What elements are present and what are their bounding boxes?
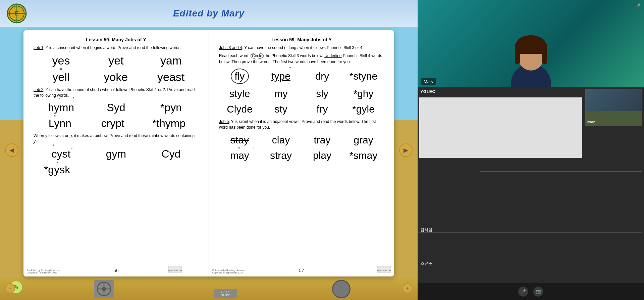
word-type: type+× [266, 71, 296, 82]
nav-arrow-right[interactable]: ▶ [399, 143, 413, 157]
word-tray: tray [307, 134, 337, 146]
right-footer-pub: Published by Reading HorizonsCopyright ©… [212, 269, 245, 274]
content-area: E Edited by Mary ◀ ▶ Lesson 59: Many Job… [0, 0, 418, 300]
rainbow-heading: When y follows c or g, it makes a rainbo… [34, 133, 199, 144]
hair [516, 35, 546, 54]
word-gyle: *gyle [348, 103, 379, 115]
job5-label: Job 5 [219, 119, 229, 124]
job2-label: Job 2 [34, 87, 43, 92]
word-stray: stray [266, 150, 296, 161]
main-video: Mary 🎤 [418, 0, 644, 87]
mic-icon: 🎤 [635, 3, 641, 9]
participant-name-1: 김하임 [420, 227, 432, 233]
word-ghy: *ghy [348, 88, 379, 99]
yglec-content-box [419, 97, 582, 158]
rainbow-words: s cy×st * gym Cyd [34, 148, 199, 160]
word-play: play [307, 150, 337, 161]
word-gray: gray [348, 134, 379, 146]
word-fly: fly× [225, 69, 255, 84]
word-pyn: *pyn [158, 101, 184, 114]
yglec-label: YGLEC [420, 89, 435, 94]
jobs34-instruction: Read each word. Circle the Phonetic Skil… [219, 53, 384, 65]
job1-heading: Job 1: Y is a consonant when it begins a… [34, 45, 199, 51]
participant-name-2: 조유준 [420, 261, 432, 266]
word-styne: *styne [348, 71, 379, 82]
top-bar: E Edited by Mary [0, 0, 418, 27]
word-lynn: Lynn [47, 117, 73, 130]
word-cyst: s cy×st * [48, 148, 74, 160]
control-video[interactable]: 📷 [533, 287, 543, 297]
right-page-title: Lesson 59: Many Jobs of Y [219, 37, 384, 42]
jobs34-label: Jobs 3 and 4 [219, 45, 242, 50]
word-yes: yes * × [48, 54, 74, 67]
circle-button-right[interactable] [332, 280, 351, 298]
word-clyde: Clyde [225, 103, 255, 115]
job5-heading: Job 5: Y is silent when it is an adjacen… [219, 119, 384, 130]
word-dry: dry [307, 71, 337, 82]
control-mic[interactable]: 🎤 [518, 287, 528, 297]
steering-wheel[interactable] [94, 280, 114, 298]
left-footer-pub: Published by Reading HorizonsCopyright ©… [27, 269, 60, 274]
center-display: DAILY GUIDE [214, 289, 237, 298]
bottom-nav-right[interactable]: ＋ [402, 283, 413, 293]
small-participant-name: mary [587, 120, 595, 124]
page-title: Edited by Mary [173, 8, 245, 19]
word-my: my [266, 88, 296, 99]
word-hymn: hy*×mn * [48, 101, 74, 114]
svg-text:Reading Horizons Discovery: Reading Horizons Discovery [377, 269, 391, 271]
svg-text:Reading Horizons Discovery: Reading Horizons Discovery [168, 269, 182, 271]
last-word-row: *gysk [34, 164, 199, 176]
word-style: style [225, 88, 255, 99]
right-words-row2: style my sly *ghy [219, 88, 384, 99]
right-words-row1: fly× type+× dry *styne [219, 69, 384, 84]
hair-right [542, 44, 547, 64]
word-crypt: crypt [99, 117, 126, 130]
head-container [518, 40, 544, 71]
word-yell: yell [48, 71, 74, 84]
bottom-nav-left[interactable]: ＋ [5, 283, 15, 293]
job2-words-row2: Lynn crypt *thymp [34, 117, 199, 130]
face [518, 40, 544, 71]
book-container: Lesson 59: Many Jobs of Y Job 1: Y is a … [23, 30, 394, 276]
hair-left [515, 44, 520, 64]
right-words-row5: may stray play *smay [219, 150, 384, 161]
page-left: Lesson 59: Many Jobs of Y Job 1: Y is a … [23, 30, 209, 276]
word-fry: fry [307, 103, 337, 115]
main-container: E Edited by Mary ◀ ▶ Lesson 59: Many Job… [0, 0, 644, 300]
word-clay: clay [266, 134, 296, 146]
word-may: may [225, 150, 255, 161]
word-stay: sta×y+ [225, 134, 255, 146]
svg-point-10 [102, 287, 106, 291]
left-page-number: 56 [113, 268, 119, 273]
job1-words-row2: yell yoke yeast [34, 71, 199, 84]
controls-bar: 🎤 📷 [418, 283, 644, 300]
right-words-row4: sta×y+ clay tray gray [219, 134, 384, 146]
word-thymp: *thymp [152, 117, 186, 130]
word-gysk: *gysk [44, 164, 70, 176]
divider-2 [419, 232, 642, 233]
job2-heading: Job 2: Y can have the sound of short i w… [34, 87, 199, 98]
right-words-row3: Clyde sty fry *gyle [219, 103, 384, 115]
main-participant-name: Mary [421, 78, 436, 85]
word-gym: gym [103, 148, 129, 160]
word-syd: Syd [103, 101, 129, 114]
job1-text: : Y is a consonant when it begins a word… [43, 45, 181, 50]
word-yam: yam [158, 54, 184, 67]
right-page-number: 57 [299, 268, 304, 273]
nav-arrow-left[interactable]: ◀ [5, 143, 18, 157]
job2-words-row1: hy*×mn * Syd *pyn [34, 101, 199, 114]
word-sty: sty [266, 103, 296, 115]
logo: E [7, 3, 27, 24]
job1-words-row1: yes * × yet yam [34, 54, 199, 67]
page-right: Lesson 59: Many Jobs of Y Jobs 3 and 4: … [209, 30, 394, 276]
left-page-title: Lesson 59: Many Jobs of Y [34, 37, 199, 42]
word-sly: sly [307, 88, 337, 99]
bottom-navigation: DAILY GUIDE [0, 278, 418, 300]
guide-label: GUIDE [221, 294, 230, 297]
word-yoke: yoke [102, 71, 129, 84]
right-panel: Mary 🎤 mary YGLEC 김하임 조유준 [418, 0, 644, 300]
word-smay: *smay [348, 150, 379, 161]
word-cyd: Cyd [158, 148, 184, 160]
daily-label: DAILY [221, 290, 230, 294]
small-video: mary [585, 89, 642, 126]
